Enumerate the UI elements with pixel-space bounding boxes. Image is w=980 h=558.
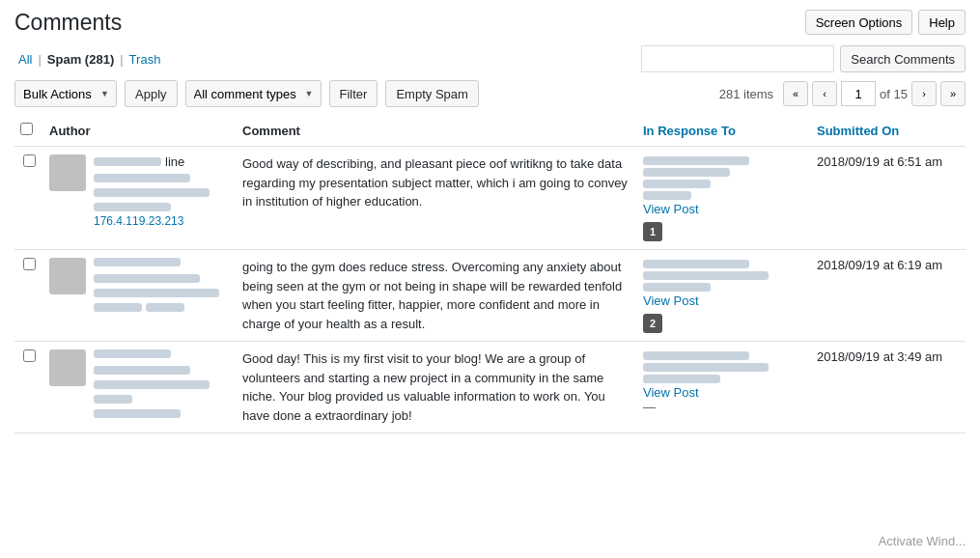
- response-cell-2: View Post 2: [637, 250, 811, 342]
- submitted-text-3: 2018/09/19 at 3:49 am: [817, 349, 942, 364]
- actions-bar: Bulk Actions Apply All comment types Fil…: [14, 80, 966, 107]
- response-blur-1b: [643, 168, 730, 177]
- col-header-response[interactable]: In Response To: [637, 115, 811, 147]
- author-name-blur-2: [94, 258, 181, 266]
- search-comments-button[interactable]: Search Comments: [840, 45, 966, 72]
- page-number-input[interactable]: [841, 81, 876, 106]
- author-email-blur-2: [94, 274, 200, 283]
- tab-trash[interactable]: Trash: [126, 50, 165, 69]
- submitted-cell-3: 2018/09/19 at 3:49 am: [811, 342, 966, 433]
- author-url-blur-1: [94, 188, 210, 197]
- author-url2-blur-1: [94, 203, 171, 211]
- last-page-button[interactable]: »: [940, 81, 966, 106]
- response-blur-3a: [643, 351, 749, 360]
- search-input[interactable]: [641, 45, 834, 72]
- next-page-button[interactable]: ›: [911, 81, 937, 106]
- comment-cell-3: Good day! This is my first visit to your…: [237, 342, 637, 433]
- first-page-button[interactable]: «: [783, 81, 808, 106]
- submitted-text-2: 2018/09/19 at 6:19 am: [817, 258, 942, 272]
- tabs-bar: All | Spam (281) | Trash: [14, 50, 164, 69]
- table-row: Good day! This is my first visit to your…: [14, 342, 966, 433]
- col-header-comment: Comment: [237, 115, 637, 147]
- avatar-2: [49, 258, 86, 294]
- comment-cell-2: going to the gym does reduce stress. Ove…: [237, 250, 637, 342]
- tab-spam[interactable]: Spam (281): [43, 50, 118, 69]
- comment-cell-1: Good way of describing, and pleasant pie…: [237, 147, 637, 250]
- author-meta-blur-3: [94, 395, 132, 404]
- comment-badge-2: 2: [643, 314, 662, 333]
- apply-button[interactable]: Apply: [125, 80, 178, 107]
- author-email-blur-3: [94, 366, 190, 375]
- author-name-suffix-1: line: [165, 154, 184, 169]
- response-cell-1: View Post 1: [637, 147, 811, 250]
- response-blur-3c: [643, 375, 720, 383]
- bulk-actions-select-wrap: Bulk Actions: [14, 80, 117, 107]
- author-cell-3: [43, 342, 237, 433]
- comment-text-1: Good way of describing, and pleasant pie…: [242, 156, 628, 209]
- row-checkbox-1[interactable]: [23, 154, 36, 167]
- author-url-blur-2: [94, 289, 219, 297]
- help-button[interactable]: Help: [918, 10, 966, 35]
- response-blur-2b: [643, 271, 769, 280]
- comment-types-select-wrap: All comment types: [185, 80, 322, 107]
- submitted-cell-2: 2018/09/19 at 6:19 am: [811, 250, 966, 342]
- response-cell-3: View Post —: [637, 342, 811, 433]
- response-blur-3b: [643, 363, 769, 372]
- submitted-text-1: 2018/09/19 at 6:51 am: [817, 154, 942, 169]
- table-row: going to the gym does reduce stress. Ove…: [14, 250, 966, 342]
- view-post-link-2[interactable]: View Post: [643, 293, 699, 308]
- filter-button[interactable]: Filter: [329, 80, 378, 107]
- row-checkbox-2[interactable]: [23, 258, 36, 270]
- empty-spam-button[interactable]: Empty Spam: [385, 80, 478, 107]
- author-ip-1: 176.4.119.23.213: [94, 214, 210, 228]
- author-url-blur-3: [94, 380, 210, 389]
- items-count: 281 items: [719, 87, 773, 101]
- pagination: 281 items « ‹ of 15 › »: [719, 81, 966, 106]
- table-row: line 176.4.119.23.213 Good way of descri…: [14, 147, 966, 250]
- search-area: Search Comments: [641, 45, 966, 72]
- response-blur-1a: [643, 156, 749, 165]
- author-email-blur-1: [94, 174, 190, 182]
- response-dash-3: —: [643, 400, 656, 414]
- author-cell-1: line 176.4.119.23.213: [43, 147, 237, 250]
- avatar-1: [49, 154, 86, 191]
- bulk-actions-select[interactable]: Bulk Actions: [14, 80, 117, 107]
- author-meta-blur-2a: [94, 303, 142, 312]
- response-blur-2a: [643, 260, 749, 268]
- author-name-blur-1: [94, 157, 161, 166]
- col-header-submitted[interactable]: Submitted On: [811, 115, 966, 147]
- view-post-link-3[interactable]: View Post: [643, 385, 699, 400]
- comment-types-select[interactable]: All comment types: [185, 80, 322, 107]
- select-all-checkbox[interactable]: [20, 123, 33, 135]
- author-cell-2: [43, 250, 237, 342]
- page-of-label: of 15: [880, 87, 908, 101]
- row-checkbox-3[interactable]: [23, 349, 36, 362]
- author-name-blur-3: [94, 349, 171, 358]
- activate-windows-label: Activate Wind...: [879, 534, 966, 548]
- response-blur-1c: [643, 180, 711, 188]
- tab-all[interactable]: All: [14, 50, 36, 69]
- comment-text-3: Good day! This is my first visit to your…: [242, 351, 605, 423]
- response-blur-2c: [643, 283, 711, 292]
- comment-badge-1: 1: [643, 222, 662, 241]
- response-blur-1d: [643, 191, 691, 200]
- col-header-author: Author: [43, 115, 237, 147]
- comments-table: Author Comment In Response To Submitted …: [14, 115, 966, 433]
- prev-page-button[interactable]: ‹: [812, 81, 837, 106]
- avatar-3: [49, 349, 86, 386]
- author-meta-blur-2b: [146, 303, 184, 312]
- view-post-link-1[interactable]: View Post: [643, 202, 699, 216]
- author-email2-blur-3: [94, 409, 181, 418]
- screen-options-button[interactable]: Screen Options: [805, 10, 913, 35]
- comment-text-2: going to the gym does reduce stress. Ove…: [242, 260, 622, 331]
- submitted-cell-1: 2018/09/19 at 6:51 am: [811, 147, 966, 250]
